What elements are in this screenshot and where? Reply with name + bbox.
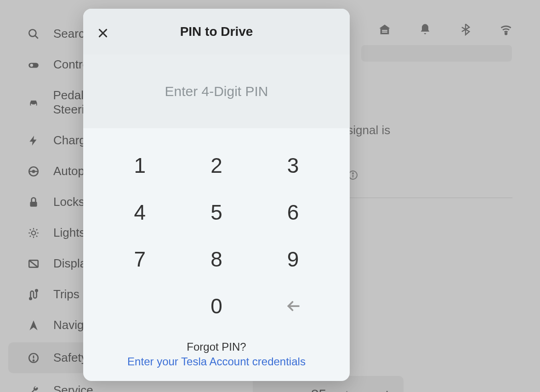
forgot-question: Forgot PIN? <box>97 341 336 353</box>
key-3[interactable]: 3 <box>255 142 331 189</box>
screen: Search Controls Pedals & Steering Chargi… <box>0 0 540 392</box>
forgot-area: Forgot PIN? Enter your Tesla Account cre… <box>83 334 350 381</box>
pin-prompt-area: Enter 4-Digit PIN <box>83 55 350 128</box>
key-9[interactable]: 9 <box>255 236 331 283</box>
key-1[interactable]: 1 <box>102 142 178 189</box>
keypad: 1 2 3 4 5 6 7 8 9 0 <box>83 128 350 334</box>
key-2[interactable]: 2 <box>178 142 255 189</box>
key-empty <box>102 283 178 330</box>
key-7[interactable]: 7 <box>102 236 178 283</box>
pin-prompt: Enter 4-Digit PIN <box>165 84 268 99</box>
key-4[interactable]: 4 <box>102 189 178 236</box>
key-backspace[interactable] <box>255 283 331 330</box>
key-5[interactable]: 5 <box>178 189 255 236</box>
key-0[interactable]: 0 <box>178 283 255 330</box>
modal-header: PIN to Drive <box>83 9 350 55</box>
key-8[interactable]: 8 <box>178 236 255 283</box>
forgot-link[interactable]: Enter your Tesla Account credentials <box>97 355 336 368</box>
key-6[interactable]: 6 <box>255 189 331 236</box>
modal-title: PIN to Drive <box>180 24 253 39</box>
pin-modal: PIN to Drive Enter 4-Digit PIN 1 2 3 4 5… <box>83 9 350 381</box>
close-button[interactable] <box>95 25 111 41</box>
